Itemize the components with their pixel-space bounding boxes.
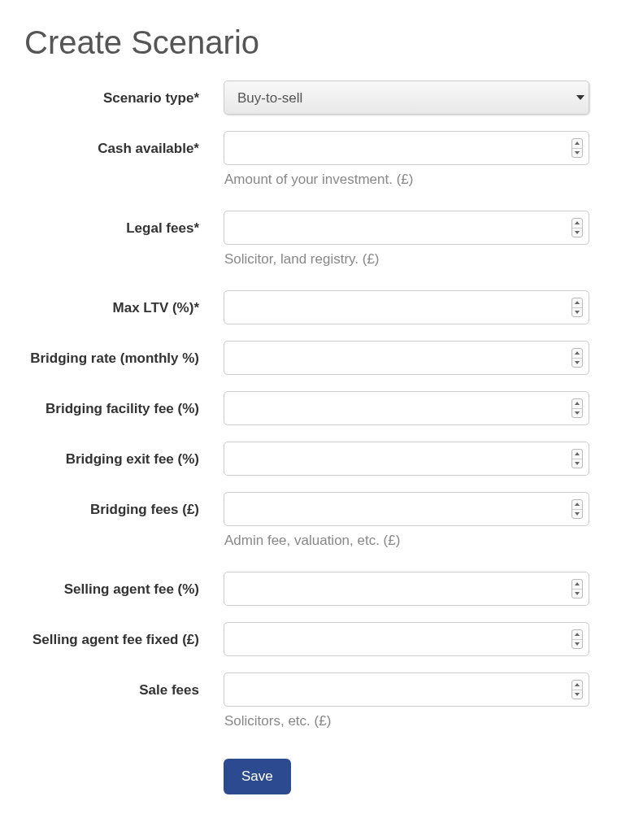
bridging-rate-input[interactable] xyxy=(224,341,589,375)
number-spinner xyxy=(571,499,583,519)
spinner-down-icon[interactable] xyxy=(572,308,582,317)
cash-available-help: Amount of your investment. (£) xyxy=(224,172,593,188)
bridging-fees-input[interactable] xyxy=(224,492,589,526)
number-spinner xyxy=(571,629,583,649)
bridging-fees-label: Bridging fees (£) xyxy=(24,492,224,520)
spinner-down-icon[interactable] xyxy=(572,459,582,468)
max-ltv-input[interactable] xyxy=(224,290,589,324)
number-spinner xyxy=(571,680,583,699)
bridging-facility-fee-input[interactable] xyxy=(224,391,589,425)
selling-agent-fee-pct-input[interactable] xyxy=(224,572,589,606)
legal-fees-input[interactable] xyxy=(224,211,589,245)
spinner-down-icon[interactable] xyxy=(572,510,582,519)
spinner-up-icon[interactable] xyxy=(572,450,582,459)
scenario-type-label: Scenario type* xyxy=(24,81,224,108)
sale-fees-help: Solicitors, etc. (£) xyxy=(224,713,593,729)
spinner-down-icon[interactable] xyxy=(572,640,582,649)
cash-available-input[interactable] xyxy=(224,131,589,165)
save-button[interactable]: Save xyxy=(224,759,291,794)
number-spinner xyxy=(571,579,583,598)
spinner-down-icon[interactable] xyxy=(572,690,582,699)
bridging-facility-fee-label: Bridging facility fee (%) xyxy=(24,391,224,419)
number-spinner xyxy=(571,348,583,368)
spinner-down-icon[interactable] xyxy=(572,149,582,158)
spinner-down-icon[interactable] xyxy=(572,409,582,418)
scenario-type-select[interactable]: Buy-to-sell xyxy=(224,81,589,115)
bridging-exit-fee-label: Bridging exit fee (%) xyxy=(24,442,224,469)
bridging-rate-label: Bridging rate (monthly %) xyxy=(24,341,224,368)
spinner-up-icon[interactable] xyxy=(572,298,582,308)
legal-fees-label: Legal fees* xyxy=(24,211,224,238)
spinner-up-icon[interactable] xyxy=(572,399,582,409)
spinner-down-icon[interactable] xyxy=(572,228,582,237)
spinner-down-icon[interactable] xyxy=(572,359,582,368)
spinner-up-icon[interactable] xyxy=(572,349,582,359)
number-spinner xyxy=(571,138,583,158)
cash-available-label: Cash available* xyxy=(24,131,224,159)
spinner-up-icon[interactable] xyxy=(572,681,582,690)
bridging-exit-fee-input[interactable] xyxy=(224,442,589,476)
number-spinner xyxy=(571,218,583,237)
max-ltv-label: Max LTV (%)* xyxy=(24,290,224,318)
number-spinner xyxy=(571,298,583,317)
sale-fees-label: Sale fees xyxy=(24,672,224,700)
number-spinner xyxy=(571,398,583,418)
spinner-up-icon[interactable] xyxy=(572,580,582,590)
sale-fees-input[interactable] xyxy=(224,672,589,707)
spinner-up-icon[interactable] xyxy=(572,630,582,640)
selling-agent-fee-fixed-input[interactable] xyxy=(224,622,589,656)
spinner-down-icon[interactable] xyxy=(572,590,582,598)
spinner-up-icon[interactable] xyxy=(572,219,582,228)
selling-agent-fee-pct-label: Selling agent fee (%) xyxy=(24,572,224,599)
create-scenario-form: Scenario type* Buy-to-sell Cash availabl… xyxy=(24,81,593,794)
number-spinner xyxy=(571,449,583,468)
legal-fees-help: Solicitor, land registry. (£) xyxy=(224,251,593,268)
bridging-fees-help: Admin fee, valuation, etc. (£) xyxy=(224,533,593,549)
spinner-up-icon[interactable] xyxy=(572,139,582,149)
page-title: Create Scenario xyxy=(24,24,593,61)
selling-agent-fee-fixed-label: Selling agent fee fixed (£) xyxy=(24,622,224,650)
spinner-up-icon[interactable] xyxy=(572,500,582,510)
